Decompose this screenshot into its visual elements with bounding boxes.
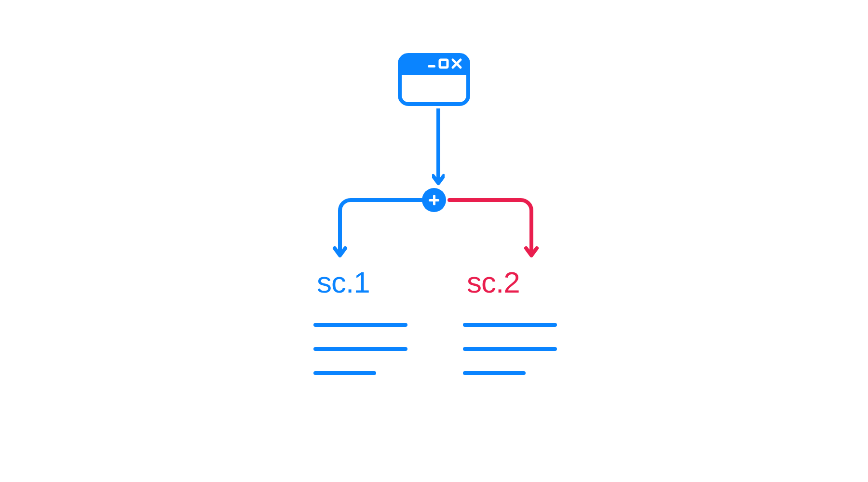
plus-node-icon <box>422 188 446 212</box>
arrow-down-icon <box>432 108 445 187</box>
svg-rect-1 <box>428 65 435 67</box>
text-lines-left-icon <box>313 323 407 395</box>
branch-left-arrow-icon <box>331 190 425 262</box>
branch-label-1: sc.1 <box>317 265 370 299</box>
branch-right-arrow-icon <box>446 190 540 262</box>
branch-label-2: sc.2 <box>467 265 520 299</box>
window-icon <box>398 53 470 108</box>
text-lines-right-icon <box>463 323 557 395</box>
branching-diagram: sc.1 sc.2 <box>265 53 603 429</box>
